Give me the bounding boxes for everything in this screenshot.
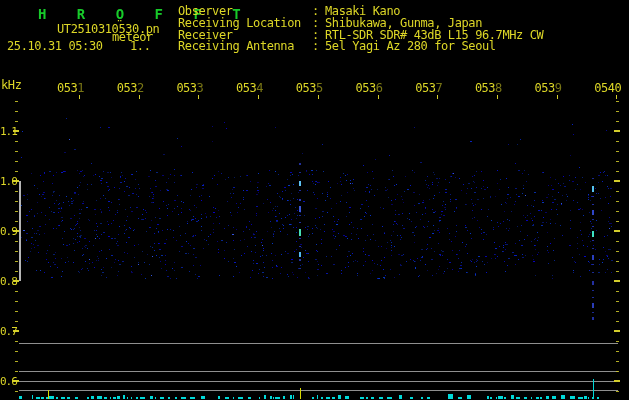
freq-minor-tick-right	[616, 111, 619, 112]
time-tick-label: 0538	[475, 82, 502, 94]
meteor-echo-segment	[299, 199, 301, 201]
freq-minor-tick-left	[15, 251, 18, 252]
freq-minor-tick-left	[15, 101, 18, 102]
bottom-panel-gridline	[19, 381, 618, 382]
time-tick-mark	[437, 95, 438, 99]
freq-minor-tick-left	[15, 221, 18, 222]
meteor-echo-segment	[592, 231, 594, 237]
freq-minor-tick-right	[616, 211, 619, 212]
info-row-location: Receiving Location : Shibukawa, Gunma, J…	[178, 17, 543, 29]
meteor-echo-segment	[299, 181, 301, 186]
freq-minor-tick-right	[616, 141, 619, 142]
freq-minor-tick-left	[15, 121, 18, 122]
freq-minor-tick-right	[616, 301, 619, 302]
khz-unit-label: kHz	[1, 79, 21, 91]
info-colon: :	[312, 40, 325, 52]
freq-tick-label: 0.9	[0, 226, 17, 237]
freq-minor-tick-right	[616, 341, 619, 342]
freq-major-tick-right	[614, 230, 620, 232]
time-tick-mark	[497, 95, 498, 99]
freq-minor-tick-right	[616, 171, 619, 172]
meteor-echo-segment	[299, 172, 301, 173]
info-value: Shibukawa, Gunma, Japan	[325, 17, 482, 29]
freq-minor-tick-left	[15, 191, 18, 192]
meteor-echo-segment	[299, 268, 301, 269]
meteor-echo-segment	[299, 259, 301, 261]
freq-minor-tick-left	[15, 391, 18, 392]
freq-minor-tick-right	[616, 371, 619, 372]
freq-minor-tick-right	[616, 311, 619, 312]
freq-minor-tick-left	[15, 171, 18, 172]
freq-minor-tick-left	[15, 321, 18, 322]
hrofft-spectrogram-screen: H R O F F T UT2510310530.pn ¨ meteor 25.…	[0, 0, 629, 400]
observation-info-table: Observer : Masaki Kano Receiving Locatio…	[178, 5, 543, 52]
freq-minor-tick-right	[616, 361, 619, 362]
datetime-label: 25.10.31 05:30	[7, 40, 103, 52]
freq-minor-tick-left	[15, 161, 18, 162]
freq-minor-tick-left	[15, 361, 18, 362]
meteor-echo-segment	[299, 215, 301, 216]
freq-tick-label: 1.0	[0, 176, 17, 187]
sequence-label: 1..	[130, 40, 150, 52]
freq-minor-tick-left	[15, 341, 18, 342]
meteor-echo-segment	[299, 238, 301, 239]
freq-minor-tick-right	[616, 291, 619, 292]
time-tick-label: 0533	[176, 82, 203, 94]
freq-minor-tick-right	[616, 271, 619, 272]
bottom-panel-gridline	[19, 371, 618, 372]
freq-minor-tick-left	[15, 111, 18, 112]
meteor-echo-segment	[592, 226, 594, 227]
meteor-echo-segment	[592, 272, 594, 273]
freq-minor-tick-right	[616, 151, 619, 152]
meteor-echo-segment	[592, 303, 594, 308]
meteor-echo-segment	[592, 290, 594, 291]
freq-minor-tick-left	[15, 301, 18, 302]
meteor-echo-segment	[592, 297, 594, 298]
signal-spike-marker	[300, 388, 301, 399]
freq-minor-tick-right	[616, 201, 619, 202]
receive-band-marker	[19, 181, 21, 281]
meteor-echo-segment	[592, 204, 594, 205]
freq-minor-tick-left	[15, 151, 18, 152]
freq-minor-tick-left	[15, 241, 18, 242]
meteor-echo-segment	[592, 264, 594, 265]
freq-minor-tick-left	[15, 291, 18, 292]
freq-minor-tick-left	[15, 271, 18, 272]
meteor-echo-segment	[592, 219, 594, 220]
time-tick-label: 0532	[117, 82, 144, 94]
freq-minor-tick-right	[616, 321, 619, 322]
signal-spike-marker	[593, 379, 594, 399]
time-tick-mark	[198, 95, 199, 99]
meteor-echo-segment	[592, 248, 594, 249]
freq-minor-tick-right	[616, 121, 619, 122]
meteor-echo-segment	[592, 210, 594, 215]
info-label: Receiving Location	[178, 17, 312, 29]
time-tick-label: 0539	[535, 82, 562, 94]
meteor-echo-segment	[592, 317, 594, 320]
freq-minor-tick-left	[15, 141, 18, 142]
meteor-echo-segment	[592, 240, 594, 241]
meteor-echo-segment	[299, 246, 301, 247]
info-row-antenna: Receiving Antenna : 5el Yagi Az 280 for …	[178, 40, 543, 52]
meteor-echo-segment	[299, 206, 301, 212]
freq-minor-tick-right	[616, 251, 619, 252]
freq-minor-tick-left	[15, 371, 18, 372]
freq-major-tick-right	[614, 130, 620, 132]
freq-tick-label: 0.8	[0, 276, 17, 287]
time-tick-label: 0537	[415, 82, 442, 94]
meteor-echo-segment	[592, 312, 594, 313]
time-tick-mark	[318, 95, 319, 99]
freq-tick-label: 0.7	[0, 326, 17, 337]
meteor-echo-segment	[592, 186, 594, 192]
freq-minor-tick-right	[616, 241, 619, 242]
time-tick-mark	[139, 95, 140, 99]
freq-tick-label: 0.6	[0, 376, 17, 387]
time-tick-label: 0534	[236, 82, 263, 94]
meteor-echo-segment	[592, 281, 594, 285]
freq-minor-tick-right	[616, 221, 619, 222]
meteor-echo-segment	[299, 163, 301, 165]
info-colon: :	[312, 17, 325, 29]
time-tick-mark	[79, 95, 80, 99]
meteor-echo-segment	[592, 178, 594, 179]
bottom-panel-gridline	[19, 390, 618, 391]
